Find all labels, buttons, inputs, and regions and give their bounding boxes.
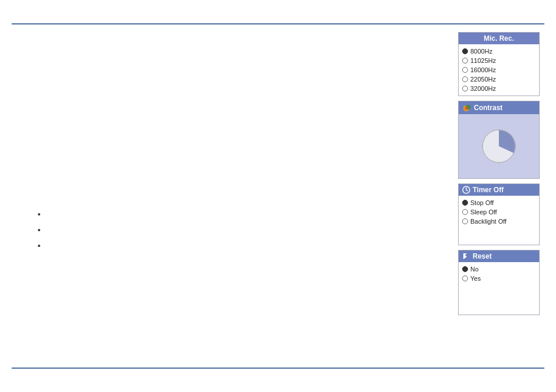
reset-spacer bbox=[462, 283, 536, 312]
timer-option-backlight-off[interactable]: Backlight Off bbox=[462, 217, 536, 226]
svg-line-7 bbox=[466, 190, 468, 191]
mic-label-32000hz: 32000Hz bbox=[470, 85, 496, 92]
timer-icon bbox=[462, 186, 470, 194]
reset-header: Reset bbox=[459, 250, 539, 262]
reset-body: No Yes bbox=[459, 262, 539, 315]
contrast-body[interactable] bbox=[459, 114, 539, 178]
svg-point-2 bbox=[464, 107, 468, 110]
contrast-section: Contrast bbox=[458, 101, 540, 179]
mic-option-11025hz[interactable]: 11025Hz bbox=[462, 56, 536, 65]
reset-icon bbox=[462, 252, 470, 260]
mic-rec-body: 8000Hz 11025Hz 16000Hz 22050Hz 32000Hz bbox=[459, 44, 539, 96]
reset-option-yes[interactable]: Yes bbox=[462, 274, 536, 283]
radio-8000hz-dot bbox=[462, 48, 468, 54]
mic-label-22050hz: 22050Hz bbox=[470, 76, 496, 83]
contrast-title: Contrast bbox=[474, 104, 502, 112]
reset-option-no[interactable]: No bbox=[462, 264, 536, 274]
timer-label-backlight-off: Backlight Off bbox=[470, 218, 506, 225]
timer-spacer bbox=[462, 226, 536, 242]
radio-yes-dot bbox=[462, 276, 468, 281]
radio-backlight-off-dot bbox=[462, 218, 468, 224]
mic-label-16000hz: 16000Hz bbox=[470, 66, 496, 73]
reset-label-yes: Yes bbox=[470, 275, 481, 282]
svg-marker-8 bbox=[463, 253, 467, 259]
right-panel: Mic. Rec. 8000Hz 11025Hz 16000Hz 22050Hz… bbox=[458, 32, 540, 320]
mic-option-32000hz[interactable]: 32000Hz bbox=[462, 84, 536, 93]
timer-off-section: Timer Off Stop Off Sleep Off Backlight O… bbox=[458, 183, 540, 245]
contrast-pie-chart bbox=[481, 129, 516, 164]
radio-16000hz-dot bbox=[462, 67, 468, 73]
mic-option-8000hz[interactable]: 8000Hz bbox=[462, 47, 536, 56]
timer-option-stop-off[interactable]: Stop Off bbox=[462, 198, 536, 207]
mic-label-8000hz: 8000Hz bbox=[470, 48, 492, 55]
timer-label-stop-off: Stop Off bbox=[470, 199, 494, 206]
mic-rec-title: Mic. Rec. bbox=[484, 34, 514, 43]
timer-off-header: Timer Off bbox=[459, 184, 539, 196]
mic-rec-section: Mic. Rec. 8000Hz 11025Hz 16000Hz 22050Hz… bbox=[458, 32, 540, 96]
timer-label-sleep-off: Sleep Off bbox=[470, 209, 497, 216]
top-border-line bbox=[12, 23, 544, 24]
radio-stop-off-dot bbox=[462, 200, 468, 206]
radio-32000hz-dot bbox=[462, 86, 468, 91]
contrast-icon bbox=[462, 103, 471, 112]
timer-option-sleep-off[interactable]: Sleep Off bbox=[462, 207, 536, 217]
mic-option-16000hz[interactable]: 16000Hz bbox=[462, 65, 536, 75]
radio-sleep-off-dot bbox=[462, 209, 468, 215]
radio-no-dot bbox=[462, 266, 468, 272]
reset-title: Reset bbox=[473, 252, 492, 260]
contrast-header: Contrast bbox=[459, 101, 539, 114]
radio-11025hz-dot bbox=[462, 58, 468, 63]
reset-label-no: No bbox=[470, 266, 478, 273]
radio-22050hz-dot bbox=[462, 76, 468, 82]
mic-option-22050hz[interactable]: 22050Hz bbox=[462, 75, 536, 84]
mic-rec-header: Mic. Rec. bbox=[459, 33, 539, 44]
reset-section: Reset No Yes bbox=[458, 250, 540, 315]
mic-label-11025hz: 11025Hz bbox=[470, 57, 496, 64]
timer-off-body: Stop Off Sleep Off Backlight Off bbox=[459, 196, 539, 245]
timer-off-title: Timer Off bbox=[473, 186, 504, 194]
bottom-border-line bbox=[12, 368, 544, 369]
bullet-list-section bbox=[35, 210, 47, 257]
